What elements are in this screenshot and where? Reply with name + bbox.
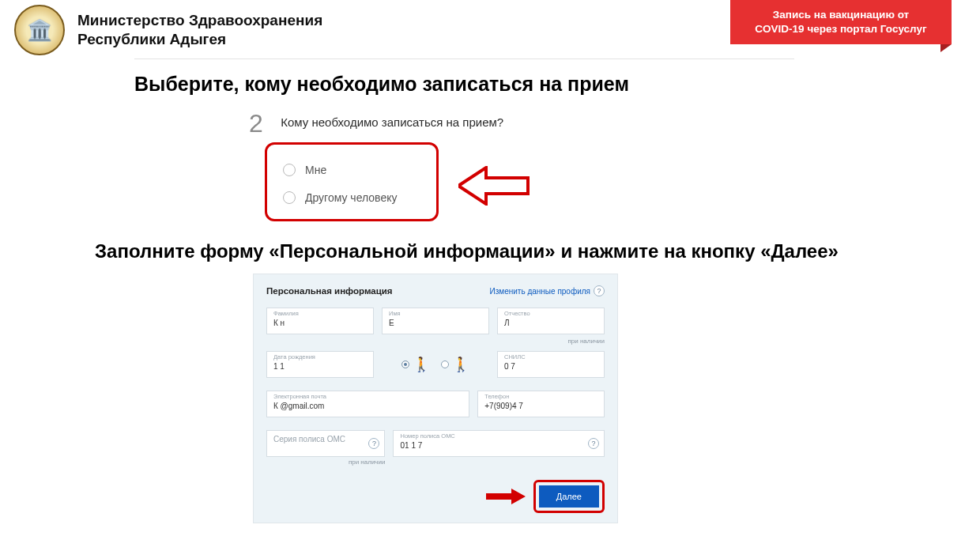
field-value: К @gmail.com (273, 400, 464, 410)
gender-male-radio[interactable] (401, 360, 409, 368)
radio-option-other[interactable]: Другому человеку (283, 191, 424, 204)
field-value: +7(909)4 7 (484, 400, 599, 410)
patronymic-field[interactable]: Отчество Л (497, 308, 605, 334)
lastname-field[interactable]: Фамилия К н (266, 308, 374, 334)
heading-fill-form: Заполните форму «Персональной информации… (95, 240, 839, 262)
male-icon: 🚶 (413, 356, 430, 373)
field-value: Л (504, 317, 599, 327)
field-label: Фамилия (273, 311, 368, 317)
radio-group-highlight: Мне Другому человеку (265, 142, 439, 221)
gender-toggle[interactable]: 🚶 🚶 (382, 351, 489, 378)
help-icon[interactable]: ? (594, 285, 605, 296)
banner: Запись на вакцинацию от COVID-19 через п… (730, 0, 952, 44)
radio-label: Мне (305, 164, 326, 176)
field-label: Дата рождения (273, 354, 368, 360)
emblem-icon: 🏛️ (14, 5, 65, 55)
next-button-highlight: Далее (533, 480, 605, 513)
heading-choose-person: Выберите, кому необходимо записаться на … (134, 73, 629, 96)
next-button[interactable]: Далее (539, 485, 599, 508)
snils-field[interactable]: СНИЛС 0 7 (497, 351, 605, 378)
oms-number-field[interactable]: Номер полиса ОМС 01 1 7 ? (393, 430, 605, 457)
ministry-line1: Министерство Здравоохранения (77, 11, 322, 30)
arrow-left-icon (458, 166, 530, 206)
help-icon[interactable]: ? (368, 438, 379, 449)
firstname-field[interactable]: Имя Е (382, 308, 489, 334)
help-icon[interactable]: ? (588, 438, 599, 449)
dob-field[interactable]: Дата рождения 1 1 (266, 351, 374, 378)
field-placeholder: Серия полиса ОМС (273, 433, 379, 443)
personal-info-form: Персональная информация Изменить данные … (253, 274, 618, 523)
step-number: 2 (249, 109, 263, 138)
ministry-line2: Республики Адыгея (77, 30, 322, 49)
field-value: 01 1 7 (400, 440, 599, 450)
field-label: Телефон (484, 394, 599, 400)
radio-icon (283, 164, 296, 176)
field-value: К н (273, 317, 368, 327)
arrow-right-icon (486, 488, 526, 505)
gender-female-radio[interactable] (441, 360, 449, 368)
oms-series-field[interactable]: Серия полиса ОМС ? (266, 430, 385, 457)
field-label: Электронная почта (273, 394, 464, 400)
field-label: Отчество (504, 311, 599, 317)
divider (134, 58, 794, 59)
phone-field[interactable]: Телефон +7(909)4 7 (477, 391, 605, 417)
banner-line1: Запись на вакцинацию от (773, 9, 909, 21)
radio-label: Другому человеку (305, 191, 397, 204)
field-value: 0 7 (504, 360, 599, 371)
step-question: Кому необходимо записаться на прием? (281, 109, 503, 129)
field-value: Е (389, 317, 484, 327)
field-label: СНИЛС (504, 354, 599, 360)
field-value: 1 1 (273, 360, 368, 371)
edit-profile-link[interactable]: Изменить данные профиля ? (490, 285, 605, 296)
note-availability: при наличии (266, 338, 605, 345)
radio-option-me[interactable]: Мне (283, 164, 424, 176)
radio-icon (283, 191, 296, 204)
female-icon: 🚶 (452, 356, 469, 373)
note-availability: при наличии (266, 459, 385, 466)
banner-line2: COVID-19 через портал Госуслуг (755, 23, 926, 35)
edit-profile-link-label: Изменить данные профиля (490, 287, 590, 296)
field-label: Имя (389, 311, 484, 317)
email-field[interactable]: Электронная почта К @gmail.com (266, 391, 469, 417)
form-title: Персональная информация (266, 286, 393, 296)
field-label: Номер полиса ОМС (400, 433, 599, 440)
